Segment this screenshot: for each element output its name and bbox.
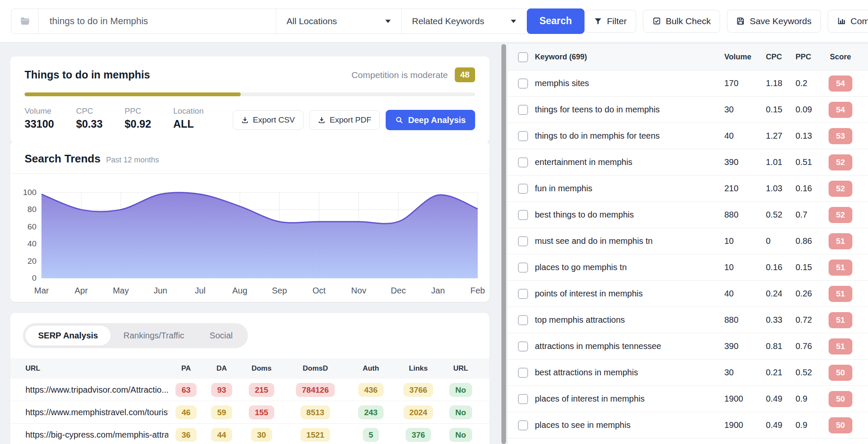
keyword-search-input[interactable] xyxy=(39,9,276,34)
vertical-scrollbar[interactable] xyxy=(501,44,506,444)
keyword-cpc: 0 xyxy=(766,236,796,246)
score-badge: 51 xyxy=(829,286,852,302)
bar-chart-icon xyxy=(837,17,846,25)
row-checkbox[interactable] xyxy=(518,262,528,273)
bulk-check-button-label: Bulk Check xyxy=(666,16,711,26)
row-checkbox[interactable] xyxy=(518,157,528,168)
row-checkbox[interactable] xyxy=(518,105,528,115)
score-badge: 54 xyxy=(829,102,852,118)
keyword-row[interactable]: best attractions in memphis 30 0.21 0.52… xyxy=(508,360,868,386)
folder-icon xyxy=(19,16,31,27)
keyword-volume: 880 xyxy=(724,210,766,220)
tab-serp-analysis[interactable]: SERP Analysis xyxy=(25,326,111,346)
keyword-row[interactable]: top memphis attractions 880 0.33 0.72 51 xyxy=(508,307,868,333)
save-keywords-button[interactable]: Save Keywords xyxy=(727,10,821,33)
search-trends-chart: 020406080100MarAprMayJunJulAugSepOctNovD… xyxy=(10,176,490,303)
keyword-volume: 1900 xyxy=(724,420,766,430)
stat-label: Volume xyxy=(25,106,54,116)
row-checkbox[interactable] xyxy=(518,210,528,220)
stat-value: 33100 xyxy=(25,118,54,130)
keyword-cpc: 1.27 xyxy=(766,131,796,141)
stat-volume: Volume 33100 xyxy=(25,106,54,130)
export-csv-label: Export CSV xyxy=(253,115,295,125)
serp-analysis-card: SERP AnalysisRankings/TrafficSocial URLP… xyxy=(10,313,490,444)
keyword-results-panel: Keyword (699) Volume CPC PPC Score memph… xyxy=(508,44,868,444)
bulk-check-button[interactable]: Bulk Check xyxy=(643,10,720,33)
saved-keywords-folder-button[interactable] xyxy=(11,9,39,34)
row-checkbox[interactable] xyxy=(518,394,528,404)
score-badge: 53 xyxy=(829,128,852,144)
metric-badge: No xyxy=(449,383,472,397)
keyword-volume: 210 xyxy=(724,184,766,193)
keyword-row[interactable]: things to do in memphis for teens 40 1.2… xyxy=(508,123,868,149)
keyword-cpc: 0.21 xyxy=(766,368,796,377)
keyword-cpc: 0.81 xyxy=(766,341,796,351)
serp-url-link[interactable]: https://big-cypress.com/memphis-attra... xyxy=(10,430,168,440)
location-select-value: All Locations xyxy=(287,16,337,26)
location-select[interactable]: All Locations xyxy=(276,9,401,34)
keyword-type-select[interactable]: Related Keywords xyxy=(401,9,527,34)
row-checkbox[interactable] xyxy=(518,420,528,430)
row-checkbox[interactable] xyxy=(518,131,528,141)
serp-url-link[interactable]: https://www.memphistravel.com/tourist... xyxy=(10,408,168,417)
keyword-row[interactable]: places of interest in memphis 1900 0.49 … xyxy=(508,386,868,412)
metric-badge: 30 xyxy=(251,428,272,442)
keyword-volume: 30 xyxy=(724,368,766,377)
row-checkbox[interactable] xyxy=(518,236,528,246)
export-pdf-button[interactable]: Export PDF xyxy=(309,110,380,130)
row-checkbox[interactable] xyxy=(518,341,528,352)
serp-url-link[interactable]: https://www.tripadvisor.com/Attractio... xyxy=(10,385,168,395)
keyword-volume: 390 xyxy=(724,341,766,351)
competition-progress-track xyxy=(25,92,475,96)
search-button[interactable]: Search xyxy=(527,8,584,34)
serp-row: https://www.memphistravel.com/tourist...… xyxy=(10,401,490,424)
volume-column-header: Volume xyxy=(724,53,766,61)
keyword-row[interactable]: best things to do memphis 880 0.52 0.7 5… xyxy=(508,202,868,228)
stat-value: ALL xyxy=(173,118,204,130)
keyword-row[interactable]: fun in memphis 210 1.03 0.16 52 xyxy=(508,176,868,202)
stat-cpc: CPC $0.33 xyxy=(76,106,103,130)
keyword-table-header: Keyword (699) Volume CPC PPC Score xyxy=(508,44,868,70)
serp-col-url: URL xyxy=(10,364,168,373)
keyword-text: places to go memphis tn xyxy=(535,262,724,272)
score-badge: 52 xyxy=(829,181,852,197)
export-csv-button[interactable]: Export CSV xyxy=(233,110,303,130)
keyword-row[interactable]: memphis sites 170 1.18 0.2 54 xyxy=(508,70,868,97)
svg-text:Oct: Oct xyxy=(312,286,326,295)
search-trends-subtitle: Past 12 months xyxy=(106,156,159,165)
compare-button[interactable]: Compare xyxy=(828,10,868,33)
tab-rankings-traffic[interactable]: Rankings/Traffic xyxy=(111,326,197,346)
keyword-row[interactable]: entertainment in memphis 390 1.01 0.51 5… xyxy=(508,149,868,176)
keyword-row[interactable]: places to go memphis tn 10 0.16 0.15 51 xyxy=(508,254,868,281)
row-checkbox[interactable] xyxy=(518,289,528,299)
filter-button[interactable]: Filter xyxy=(584,10,636,33)
keyword-type-select-value: Related Keywords xyxy=(412,16,484,26)
metric-badge: 63 xyxy=(175,383,196,397)
keyword-row[interactable]: things for teens to do in memphis 30 0.1… xyxy=(508,97,868,123)
metric-badge: 376 xyxy=(406,428,431,442)
select-all-checkbox[interactable] xyxy=(518,52,528,62)
keyword-volume: 170 xyxy=(724,78,766,88)
stat-value: $0.92 xyxy=(125,118,151,130)
keyword-row[interactable]: points of interest in memphis 40 0.24 0.… xyxy=(508,281,868,307)
keyword-row[interactable]: attractions in memphis tennessee 390 0.8… xyxy=(508,333,868,360)
stat-label: PPC xyxy=(125,106,151,116)
cpc-column-header: CPC xyxy=(766,53,796,61)
keyword-row[interactable]: places to see in memphis 1900 0.49 0.9 5… xyxy=(508,412,868,438)
svg-text:Dec: Dec xyxy=(391,286,406,295)
keyword-volume: 10 xyxy=(724,262,766,272)
svg-text:0: 0 xyxy=(32,274,36,282)
deep-analysis-button[interactable]: Deep Analysis xyxy=(386,110,475,130)
row-checkbox[interactable] xyxy=(518,184,528,194)
filter-icon xyxy=(594,17,602,25)
tab-social[interactable]: Social xyxy=(197,326,245,346)
ppc-column-header: PPC xyxy=(796,53,823,61)
keyword-column-header: Keyword (699) xyxy=(535,53,724,61)
keyword-row[interactable]: must see and do in memphis tn 10 0 0.86 … xyxy=(508,228,868,254)
serp-col-url: URL xyxy=(442,364,479,373)
row-checkbox[interactable] xyxy=(518,368,528,378)
competition-text: Competition is moderate xyxy=(351,70,448,80)
keyword-ppc: 0.51 xyxy=(796,157,823,167)
row-checkbox[interactable] xyxy=(518,315,528,325)
row-checkbox[interactable] xyxy=(518,78,528,89)
